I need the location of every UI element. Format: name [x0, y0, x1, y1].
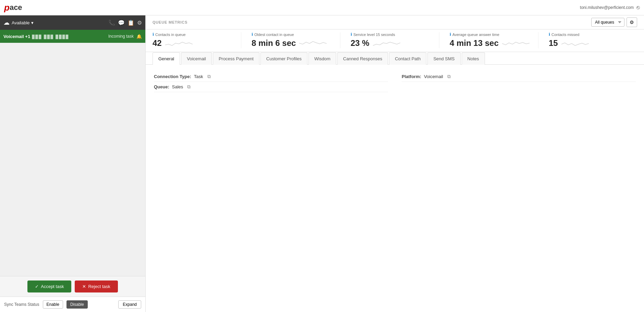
metric-label-avg: Average queue answer time	[452, 33, 499, 37]
queue-controls: All queues Sales Support Billing ⚙	[591, 17, 637, 27]
sync-enable-button[interactable]: Enable	[43, 300, 63, 309]
tab-send-sms[interactable]: Send SMS	[427, 52, 460, 65]
tab-process-payment[interactable]: Process Payment	[213, 52, 259, 65]
metric-oldest-contact: ℹ Oldest contact in queue 8 min 6 sec	[241, 32, 340, 48]
logo-p: p	[4, 2, 10, 13]
expand-button[interactable]: Expand	[118, 300, 141, 309]
tab-general[interactable]: General	[153, 52, 180, 65]
copy-queue-icon[interactable]: ⧉	[187, 84, 191, 90]
info-col-left: Connection Type: Task ⧉ Queue: Sales ⧉	[154, 72, 388, 92]
tab-contact-path[interactable]: Contact Path	[389, 52, 426, 65]
copy-platform-icon[interactable]: ⧉	[447, 74, 451, 79]
sparkline-missed	[561, 38, 589, 48]
clipboard-icon-btn[interactable]: 📋	[127, 20, 134, 26]
sparkline-oldest	[299, 38, 327, 48]
cloud-icon: ☁	[3, 19, 10, 26]
main-layout: ☁ Available ▾ 📞 💬 📋 ⚙ Voicemail +1 ███ █…	[0, 15, 644, 312]
top-nav: pace toni.milushev@perficient.com ⎋	[0, 0, 644, 15]
right-panel: QUEUE METRICS All queues Sales Support B…	[146, 15, 644, 312]
connection-type-val: Task	[194, 74, 203, 79]
phone-icon-btn[interactable]: 📞	[108, 20, 115, 26]
metric-label-service: Service level 15 seconds	[353, 33, 395, 37]
accept-task-button[interactable]: ✓ Accept task	[27, 280, 71, 292]
status-indicator: ☁ Available ▾	[3, 19, 34, 26]
metric-value-service: 23 %	[351, 38, 369, 48]
platform-row: Platform: Voicemail ⧉	[402, 72, 636, 82]
sync-disable-button[interactable]: Disable	[66, 300, 88, 309]
info-icon-oldest[interactable]: ℹ	[252, 32, 253, 37]
metric-value-avg: 4 min 13 sec	[450, 38, 499, 48]
incoming-task-label: Incoming task	[108, 34, 134, 39]
metrics-title: QUEUE METRICS	[153, 20, 187, 24]
metric-value-contacts: 42	[153, 38, 162, 48]
info-col-right: Platform: Voicemail ⧉	[402, 72, 636, 92]
status-bar: ☁ Available ▾ 📞 💬 📋 ⚙	[0, 15, 145, 30]
connection-type-key: Connection Type:	[154, 74, 191, 79]
tab-customer-profiles[interactable]: Customer Profiles	[260, 52, 307, 65]
caller-id: Voicemail +1 ███ ███ ████	[3, 34, 69, 39]
tab-voicemail[interactable]: Voicemail	[181, 52, 212, 65]
info-icon-avg[interactable]: ℹ	[450, 32, 451, 37]
metric-label-oldest: Oldest contact in queue	[254, 33, 294, 37]
task-info: Voicemail +1 ███ ███ ████	[3, 34, 69, 39]
sparkline-avg	[502, 38, 530, 48]
reject-icon: ✕	[82, 284, 86, 289]
tab-notes[interactable]: Notes	[462, 52, 485, 65]
queue-val: Sales	[172, 84, 183, 89]
platform-key: Platform:	[402, 74, 421, 79]
user-info: toni.milushev@perficient.com ⎋	[580, 4, 640, 11]
metric-value-missed: 15	[549, 38, 558, 48]
gear-icon-btn[interactable]: ⚙	[137, 20, 142, 26]
status-dropdown[interactable]: Available ▾	[12, 20, 34, 25]
tab-wisdom[interactable]: Wisdom	[308, 52, 336, 65]
sparkline-contacts	[165, 38, 193, 48]
accept-label: Accept task	[41, 284, 64, 289]
info-icon-contacts[interactable]: ℹ	[153, 32, 154, 37]
general-info-grid: Connection Type: Task ⧉ Queue: Sales ⧉ P…	[154, 72, 636, 92]
queue-selector[interactable]: All queues Sales Support Billing	[591, 18, 624, 27]
connection-type-row: Connection Type: Task ⧉	[154, 72, 388, 82]
chat-icon-btn[interactable]: 💬	[118, 20, 125, 26]
metrics-gear-button[interactable]: ⚙	[627, 17, 637, 27]
metric-service-level: ℹ Service level 15 seconds 23 %	[340, 32, 439, 48]
accept-icon: ✓	[35, 284, 39, 289]
logout-icon[interactable]: ⎋	[636, 4, 640, 11]
user-email: toni.milushev@perficient.com	[580, 5, 634, 10]
tabs-bar: General Voicemail Process Payment Custom…	[146, 52, 644, 65]
status-label: Available	[12, 20, 30, 25]
queue-row: Queue: Sales ⧉	[154, 82, 388, 92]
content-area: Connection Type: Task ⧉ Queue: Sales ⧉ P…	[146, 65, 644, 312]
reject-task-button[interactable]: ✕ Reject task	[75, 280, 118, 292]
left-content-area	[0, 43, 145, 276]
platform-val: Voicemail	[424, 74, 443, 79]
metrics-data-row: ℹ Contacts in queue 42 ℹ Oldest contact …	[146, 29, 644, 52]
sparkline-service	[373, 38, 400, 48]
incoming-task-bar: Voicemail +1 ███ ███ ████ Incoming task …	[0, 30, 145, 43]
queue-key: Queue:	[154, 84, 169, 89]
metric-label-missed: Contacts missed	[551, 33, 579, 37]
sync-teams-bar: Sync Teams Status Enable Disable Expand	[0, 297, 145, 312]
metric-contacts-missed: ℹ Contacts missed 15	[538, 32, 637, 48]
metric-avg-answer-time: ℹ Average queue answer time 4 min 13 sec	[439, 32, 538, 48]
tab-canned-responses[interactable]: Canned Responses	[337, 52, 388, 65]
reject-label: Reject task	[88, 284, 110, 289]
metric-value-oldest: 8 min 6 sec	[252, 38, 296, 48]
metrics-header-row: QUEUE METRICS All queues Sales Support B…	[146, 15, 644, 29]
app-logo: pace	[4, 2, 22, 13]
info-icon-service[interactable]: ℹ	[351, 32, 352, 37]
bottom-actions: ✓ Accept task ✕ Reject task	[0, 276, 145, 297]
copy-connection-type-icon[interactable]: ⧉	[207, 74, 211, 79]
metric-contacts-in-queue: ℹ Contacts in queue 42	[153, 32, 241, 48]
info-icon-missed[interactable]: ℹ	[549, 32, 550, 37]
status-controls: 📞 💬 📋 ⚙	[108, 20, 142, 26]
alert-icon: 🔔	[136, 34, 142, 39]
metric-label-contacts: Contacts in queue	[155, 33, 186, 37]
sync-teams-label: Sync Teams Status	[4, 302, 39, 307]
left-panel: ☁ Available ▾ 📞 💬 📋 ⚙ Voicemail +1 ███ █…	[0, 15, 146, 312]
logo-suffix: ace	[10, 3, 22, 12]
chevron-down-icon: ▾	[31, 20, 34, 25]
